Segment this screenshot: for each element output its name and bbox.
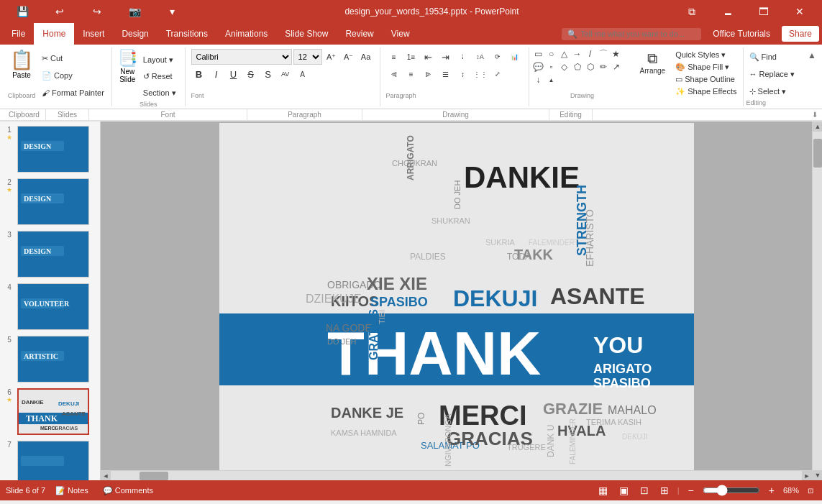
font-size-select[interactable]: 12 (293, 49, 322, 65)
h-scroll-thumb[interactable] (140, 472, 168, 480)
slide-item-5[interactable]: 5 ARTISTIC (3, 334, 97, 384)
restore-btn[interactable]: 🗖 (747, 0, 780, 23)
slide-item-4[interactable]: 4 VOLUNTEER (3, 282, 97, 331)
increase-indent-btn[interactable]: ⇥ (438, 49, 454, 65)
scroll-down-btn[interactable]: ▼ (813, 470, 822, 480)
shape-down-arrow[interactable]: ↓ (532, 73, 545, 86)
copy-btn[interactable]: 📄 Copy (39, 68, 107, 83)
ribbon-collapse-btn[interactable]: ▲ (808, 50, 816, 60)
menu-transitions[interactable]: Transitions (157, 23, 216, 45)
restore-down-btn[interactable]: ⧉ (675, 0, 708, 23)
fit-slide-btn[interactable]: ⊡ (805, 485, 816, 496)
shape-outline-btn[interactable]: ▭ Shape Outline (672, 73, 739, 86)
paragraph-expander[interactable]: ⤢ (490, 66, 506, 82)
align-center-btn[interactable]: ≡ (403, 66, 419, 82)
save-btn[interactable]: 💾 (6, 0, 39, 23)
menu-review[interactable]: Review (337, 23, 382, 45)
find-btn[interactable]: 🔍 Find (746, 49, 798, 65)
slide-item-3[interactable]: 3 DESIGN (3, 229, 97, 279)
office-tutorials-btn[interactable]: Office Tutorials (704, 26, 779, 42)
decrease-font-btn[interactable]: A⁻ (341, 49, 357, 65)
bullets-btn[interactable]: ≡ (386, 49, 402, 65)
slide-item-1[interactable]: 1 ★ DESIGN (3, 124, 97, 174)
shape-rt-arrow[interactable]: → (571, 47, 584, 60)
zoom-slider[interactable] (703, 485, 760, 496)
canvas-area[interactable]: THANK YOU ARIGATO SPASIBO DANKIE ARRIGAT… (101, 122, 812, 480)
shape-scroll-up[interactable]: ▲ (545, 73, 558, 86)
section-btn[interactable]: Section ▾ (140, 85, 179, 101)
minimize-btn[interactable]: 🗕 (711, 0, 744, 23)
clear-format-btn[interactable]: Aa (358, 49, 374, 65)
shape-curve[interactable]: ⌒ (597, 47, 610, 60)
redo-btn[interactable]: ↪ (81, 0, 114, 23)
shadow-btn[interactable]: S (260, 66, 276, 82)
menu-view[interactable]: View (383, 23, 419, 45)
shape-freeform[interactable]: ✏ (597, 60, 610, 73)
line-spacing-btn[interactable]: ↕ (455, 66, 471, 82)
ribbon-expand-btn[interactable]: ⬇ (812, 111, 818, 119)
share-btn[interactable]: Share (782, 26, 819, 42)
shape-callout[interactable]: 💬 (532, 60, 545, 73)
slide-sorter-btn[interactable]: ▣ (616, 483, 631, 498)
shape-tri[interactable]: △ (558, 47, 571, 60)
shape-effects-btn[interactable]: ✨ Shape Effects (672, 86, 739, 98)
font-color-btn[interactable]: A (295, 66, 311, 82)
scroll-right-btn[interactable]: ► (802, 471, 812, 481)
screenshot-btn[interactable]: 📷 (118, 0, 151, 23)
col-btn[interactable]: ⫶ (455, 49, 471, 65)
zoom-in-btn[interactable]: + (766, 483, 777, 498)
undo-btn[interactable]: ↩ (43, 0, 76, 23)
menu-file[interactable]: File (3, 23, 34, 45)
chart-btn[interactable]: 📊 (507, 49, 523, 65)
align-left-btn[interactable]: ⫷ (386, 66, 402, 82)
shape-rect[interactable]: ▭ (532, 47, 545, 60)
underline-btn[interactable]: U (226, 66, 242, 82)
slide-item-6[interactable]: 6 ★ THANK DANKIE DEKUJI ASANTE MERCI GRA… (3, 387, 97, 436)
vertical-scrollbar[interactable]: ▲ ▼ (812, 122, 822, 480)
decrease-indent-btn[interactable]: ⇤ (421, 49, 437, 65)
smart-art-btn[interactable]: ⟳ (490, 49, 506, 65)
menu-insert[interactable]: Insert (74, 23, 113, 45)
menu-home[interactable]: Home (34, 23, 74, 45)
shape-connector[interactable]: ↗ (610, 60, 623, 73)
select-btn[interactable]: ⊹ Select ▾ (746, 83, 798, 99)
slide-item-7[interactable]: 7 (3, 439, 97, 480)
menu-slideshow[interactable]: Slide Show (276, 23, 337, 45)
h-scroll-track[interactable] (111, 471, 802, 481)
zoom-out-btn[interactable]: − (685, 483, 697, 498)
shape-pent[interactable]: ⬠ (571, 60, 584, 73)
menu-design[interactable]: Design (113, 23, 157, 45)
font-name-select[interactable]: Calibri (191, 49, 292, 65)
scroll-up-btn[interactable]: ▲ (813, 122, 822, 132)
new-slide-btn[interactable]: 📑 New Slide (118, 49, 137, 101)
quick-styles-btn[interactable]: Quick Styles ▾ (672, 49, 739, 61)
increase-font-btn[interactable]: A⁺ (324, 49, 339, 65)
char-spacing-btn[interactable]: AV (278, 66, 293, 82)
customize-btn[interactable]: ▾ (155, 0, 188, 23)
justify-btn[interactable]: ☰ (438, 66, 454, 82)
scroll-track[interactable] (813, 132, 822, 470)
shape-rect2[interactable]: ▫ (545, 60, 558, 73)
layout-btn[interactable]: Layout ▾ (140, 52, 179, 68)
comments-btn[interactable]: 💬 Comments (99, 485, 157, 497)
numbering-btn[interactable]: 1≡ (403, 49, 419, 65)
normal-view-btn[interactable]: ▦ (595, 483, 611, 498)
paste-btn[interactable]: 📋 Paste (7, 47, 36, 81)
scroll-thumb[interactable] (813, 139, 822, 168)
slideshow-btn[interactable]: ⊞ (657, 483, 672, 498)
menu-animations[interactable]: Animations (216, 23, 276, 45)
shape-hexagon[interactable]: ⬡ (584, 60, 597, 73)
horizontal-scrollbar[interactable]: ◄ ► (101, 470, 812, 480)
search-input[interactable] (580, 29, 695, 38)
shape-diamond[interactable]: ◇ (558, 60, 571, 73)
reading-view-btn[interactable]: ⊡ (637, 483, 652, 498)
text-direction-btn[interactable]: ↕A (472, 49, 488, 65)
shape-fill-btn[interactable]: 🎨 Shape Fill ▾ (672, 61, 739, 73)
strikethrough-btn[interactable]: S (243, 66, 259, 82)
shape-oval[interactable]: ○ (545, 47, 558, 60)
shape-line[interactable]: / (584, 47, 597, 60)
shape-star[interactable]: ★ (610, 47, 623, 60)
notes-btn[interactable]: 📝 Notes (51, 485, 93, 497)
columns-btn[interactable]: ⋮⋮ (472, 66, 488, 82)
scroll-left-btn[interactable]: ◄ (101, 471, 111, 481)
